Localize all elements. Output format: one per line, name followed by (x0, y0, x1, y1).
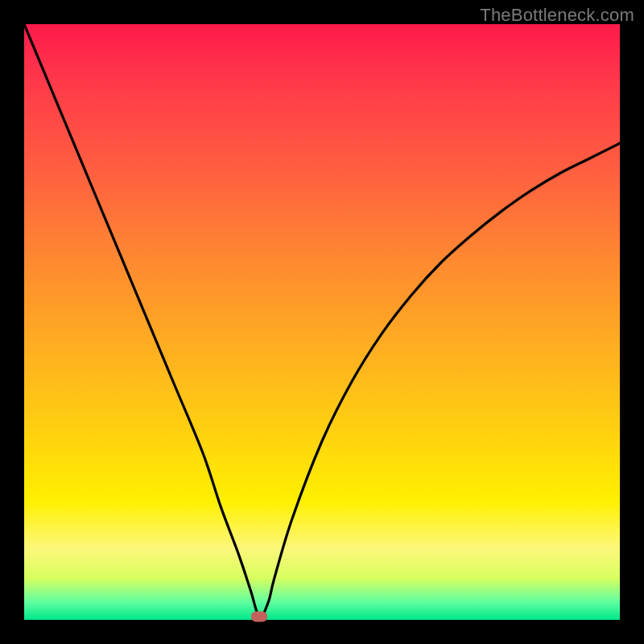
curve-svg (24, 24, 620, 620)
plot-area (24, 24, 620, 620)
chart-frame: TheBottleneck.com (0, 0, 644, 644)
bottleneck-curve (24, 24, 620, 617)
watermark-text: TheBottleneck.com (480, 5, 634, 26)
current-point-marker (251, 612, 267, 622)
